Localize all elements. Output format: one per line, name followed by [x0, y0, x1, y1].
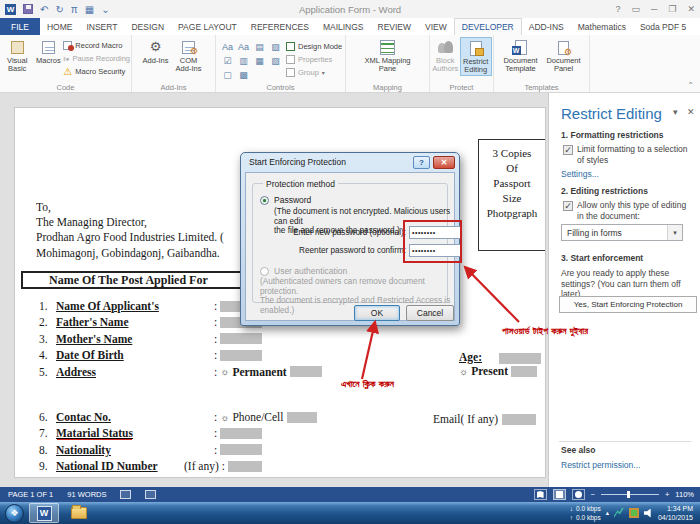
ribbon-group-templates: Document Template ⚙ Document Panel Templ…: [494, 35, 590, 92]
email-field[interactable]: [502, 414, 536, 425]
password-radio[interactable]: [260, 196, 269, 205]
tab-view[interactable]: VIEW: [418, 18, 454, 35]
macro-recording-icon[interactable]: [145, 490, 156, 499]
checkbox-control-icon[interactable]: ☑: [220, 54, 235, 67]
volume-icon[interactable]: [644, 509, 653, 518]
repeating-section-control-icon[interactable]: ▢: [220, 68, 235, 81]
taskbar-clock[interactable]: 1:34 PM 04/10/2015: [658, 504, 696, 522]
ribbon-options-icon[interactable]: ▭: [631, 4, 640, 14]
form-field[interactable]: [220, 428, 262, 439]
windows-taskbar: ❖ W ↓0.0 kbps ↑0.0 kbps ▴ 1:34 PM 04/10/…: [0, 502, 700, 524]
redo-icon[interactable]: ↻: [55, 4, 63, 15]
tab-references[interactable]: REFERENCES: [244, 18, 316, 35]
customize-qat-icon[interactable]: ⌄: [101, 4, 109, 15]
zoom-out-icon[interactable]: −: [591, 490, 595, 499]
minimize-icon[interactable]: ─: [651, 4, 657, 14]
yes-start-enforcing-button[interactable]: Yes, Start Enforcing Protection: [559, 296, 697, 313]
dropdown-arrow-icon[interactable]: ▾: [667, 225, 682, 240]
restrict-permission-link[interactable]: Restrict permission...: [561, 460, 640, 470]
read-mode-icon[interactable]: [534, 489, 547, 500]
form-field[interactable]: [228, 461, 262, 472]
page-count[interactable]: PAGE 1 OF 1: [8, 490, 53, 499]
collapse-ribbon-icon[interactable]: ⌃: [687, 81, 694, 90]
zoom-slider[interactable]: [601, 494, 659, 495]
cancel-button[interactable]: Cancel: [406, 305, 454, 321]
editing-checkbox[interactable]: ✓: [563, 201, 573, 211]
tab-home[interactable]: HOME: [40, 18, 80, 35]
print-layout-icon[interactable]: [553, 489, 566, 500]
taskbar-explorer-button[interactable]: [64, 503, 94, 523]
show-hidden-icons[interactable]: ▴: [606, 509, 609, 517]
visual-basic-button[interactable]: Visual Basic: [1, 37, 33, 74]
tab-insert[interactable]: INSERT: [79, 18, 124, 35]
xml-mapping-pane-button[interactable]: XML Mapping Pane: [360, 37, 416, 74]
pause-recording-button: ‖● Pause Recording: [63, 52, 130, 65]
rich-text-control-icon[interactable]: Aa: [220, 40, 235, 53]
controls-gallery[interactable]: Aa Aa ▤ ▨ ☑ ▥ ▦ ▧ ▢ ▩: [217, 37, 286, 81]
restrict-editing-button[interactable]: Restrict Editing: [460, 37, 493, 76]
equation-pi-icon[interactable]: π: [71, 4, 78, 15]
document-panel-button[interactable]: ⚙ Document Panel: [543, 37, 585, 74]
design-mode-button[interactable]: Design Mode: [286, 40, 342, 53]
tab-developer[interactable]: DEVELOPER: [454, 18, 522, 35]
ok-button[interactable]: OK: [354, 305, 400, 321]
macros-button[interactable]: Macros: [33, 37, 63, 65]
word-count[interactable]: 91 WORDS: [67, 490, 106, 499]
network-operator-icon[interactable]: [614, 508, 624, 518]
tab-design[interactable]: DESIGN: [124, 18, 171, 35]
settings-link[interactable]: Settings...: [561, 169, 599, 179]
proofing-errors-icon[interactable]: [120, 490, 131, 499]
tray-app-icon[interactable]: [629, 508, 639, 518]
dialog-help-icon[interactable]: ?: [413, 156, 430, 169]
com-add-ins-button[interactable]: ⚙ COM Add-Ins: [171, 37, 207, 74]
tab-overflow-icon[interactable]: ›: [693, 18, 700, 35]
tab-review[interactable]: REVIEW: [371, 18, 419, 35]
dialog-close-icon[interactable]: ✕: [433, 156, 455, 169]
start-button[interactable]: ❖: [5, 504, 24, 523]
close-icon[interactable]: ✕: [687, 4, 695, 14]
tab-mathematics[interactable]: Mathematics: [571, 18, 633, 35]
date-picker-control-icon[interactable]: ▧: [268, 54, 283, 67]
age-field[interactable]: [499, 353, 541, 364]
present-field[interactable]: [511, 366, 537, 377]
web-layout-icon[interactable]: [572, 489, 585, 500]
taskbar-word-button[interactable]: W: [29, 503, 59, 523]
restore-icon[interactable]: ❐: [668, 4, 676, 14]
zoom-slider-handle[interactable]: [627, 491, 630, 498]
macro-security-button[interactable]: ⚠ Macro Security: [63, 65, 130, 78]
word-logo-icon: W: [5, 4, 16, 15]
building-block-control-icon[interactable]: ▨: [268, 40, 283, 53]
form-field[interactable]: [220, 333, 262, 344]
plain-text-control-icon[interactable]: Aa: [236, 40, 251, 53]
tab-file[interactable]: FILE: [0, 18, 40, 35]
form-field[interactable]: [220, 444, 262, 455]
misspelled-label: Matarial Status: [56, 427, 133, 439]
pane-close-icon[interactable]: ✕: [687, 107, 695, 117]
form-field[interactable]: [290, 366, 322, 377]
save-icon[interactable]: [23, 4, 33, 14]
tab-soda-pdf[interactable]: Soda PDF 5: [633, 18, 693, 35]
table-icon[interactable]: ▦: [85, 4, 94, 15]
formatting-checkbox[interactable]: ✓: [563, 145, 573, 155]
add-ins-button[interactable]: ⚙ Add-Ins: [141, 37, 171, 65]
dropdown-control-icon[interactable]: ▦: [252, 54, 267, 67]
form-field[interactable]: [220, 350, 262, 361]
form-field[interactable]: [287, 412, 317, 423]
tab-page-layout[interactable]: PAGE LAYOUT: [171, 18, 244, 35]
picture-control-icon[interactable]: ▤: [252, 40, 267, 53]
zoom-in-icon[interactable]: +: [665, 490, 669, 499]
tab-mailings[interactable]: MAILINGS: [316, 18, 371, 35]
help-icon[interactable]: ?: [615, 4, 620, 14]
combo-box-control-icon[interactable]: ▥: [236, 54, 251, 67]
pane-dropdown-icon[interactable]: ▾: [673, 107, 678, 117]
block-authors-button: Block Authors: [431, 37, 460, 74]
title-bar: W ↶ ↻ π ▦ ⌄ Application Form - Word ? ▭ …: [0, 0, 700, 18]
zoom-level[interactable]: 110%: [675, 490, 694, 499]
record-macro-button[interactable]: Record Macro: [63, 39, 130, 52]
password-radio-label[interactable]: Password: [274, 195, 311, 205]
legacy-tools-icon[interactable]: ▩: [236, 68, 251, 81]
tab-add-ins[interactable]: ADD-INS: [522, 18, 571, 35]
editing-type-dropdown[interactable]: Filling in forms ▾: [561, 224, 683, 241]
document-template-button[interactable]: Document Template: [499, 37, 543, 74]
undo-icon[interactable]: ↶: [40, 4, 48, 15]
